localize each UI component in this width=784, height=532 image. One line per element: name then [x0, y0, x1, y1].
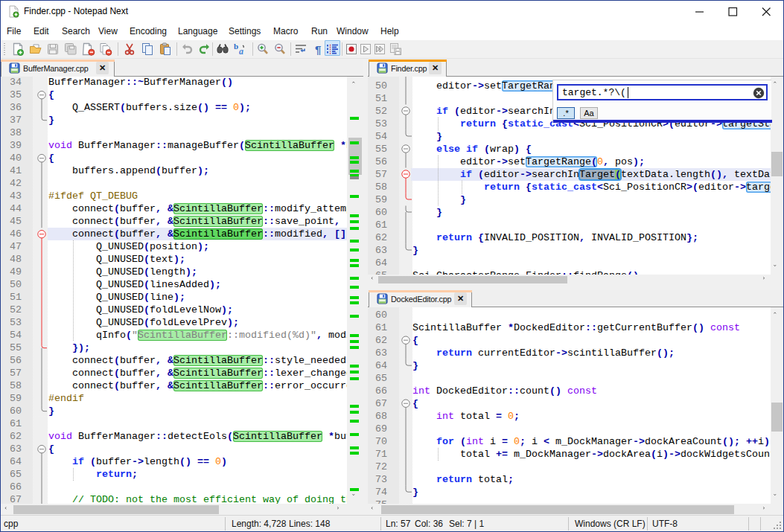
svg-text:a: a [239, 46, 243, 56]
svg-text:b: b [234, 42, 238, 51]
svg-text:¶: ¶ [315, 43, 321, 56]
